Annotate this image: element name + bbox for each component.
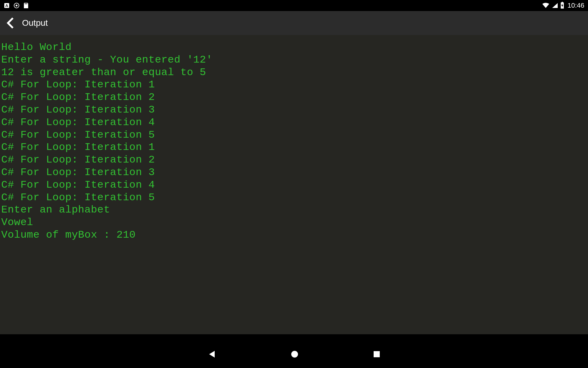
svg-rect-5 xyxy=(26,3,26,4)
console-line: C# For Loop: Iteration 2 xyxy=(1,91,587,104)
console-line: C# For Loop: Iteration 4 xyxy=(1,179,587,191)
app-a-icon: A xyxy=(4,2,10,9)
cellular-signal-icon xyxy=(552,2,558,9)
console-line: Hello World xyxy=(1,41,587,54)
console-line: C# For Loop: Iteration 3 xyxy=(1,104,587,116)
sd-card-icon xyxy=(23,2,29,9)
status-time: 10:46 xyxy=(567,2,584,10)
battery-charging-icon xyxy=(560,2,564,9)
app-title: Output xyxy=(22,18,48,28)
console-line: C# For Loop: Iteration 5 xyxy=(1,191,587,204)
status-right: 10:46 xyxy=(542,2,584,10)
svg-text:A: A xyxy=(5,3,8,8)
console-line: C# For Loop: Iteration 4 xyxy=(1,116,587,129)
nav-recents-button[interactable] xyxy=(373,350,381,358)
console-line: Vowel xyxy=(1,216,587,229)
nav-home-button[interactable] xyxy=(290,350,299,359)
app-bar: Output xyxy=(0,11,588,35)
console-line: Enter an alphabet xyxy=(1,204,587,216)
nav-back-button[interactable] xyxy=(207,350,217,359)
console-line: 12 is greater than or equal to 5 xyxy=(1,66,587,79)
status-left: A xyxy=(4,2,29,9)
console-line: Enter a string - You entered '12' xyxy=(1,54,587,66)
svg-point-3 xyxy=(16,5,17,6)
svg-rect-7 xyxy=(562,2,563,2)
console-line: C# For Loop: Iteration 1 xyxy=(1,79,587,91)
status-bar: A xyxy=(0,0,588,11)
console-line: Volume of myBox : 210 xyxy=(1,229,587,241)
navigation-bar xyxy=(0,340,588,368)
console-line: C# For Loop: Iteration 1 xyxy=(1,141,587,154)
console-line: C# For Loop: Iteration 5 xyxy=(1,129,587,141)
svg-point-9 xyxy=(291,351,298,358)
console-line: C# For Loop: Iteration 3 xyxy=(1,166,587,179)
wifi-icon xyxy=(542,2,550,9)
svg-rect-6 xyxy=(27,3,27,4)
svg-rect-10 xyxy=(374,351,380,357)
svg-rect-4 xyxy=(25,3,25,4)
circle-icon xyxy=(13,2,20,9)
console-output[interactable]: Hello World Enter a string - You entered… xyxy=(0,35,588,334)
back-button[interactable] xyxy=(6,17,15,29)
console-line: C# For Loop: Iteration 2 xyxy=(1,154,587,166)
